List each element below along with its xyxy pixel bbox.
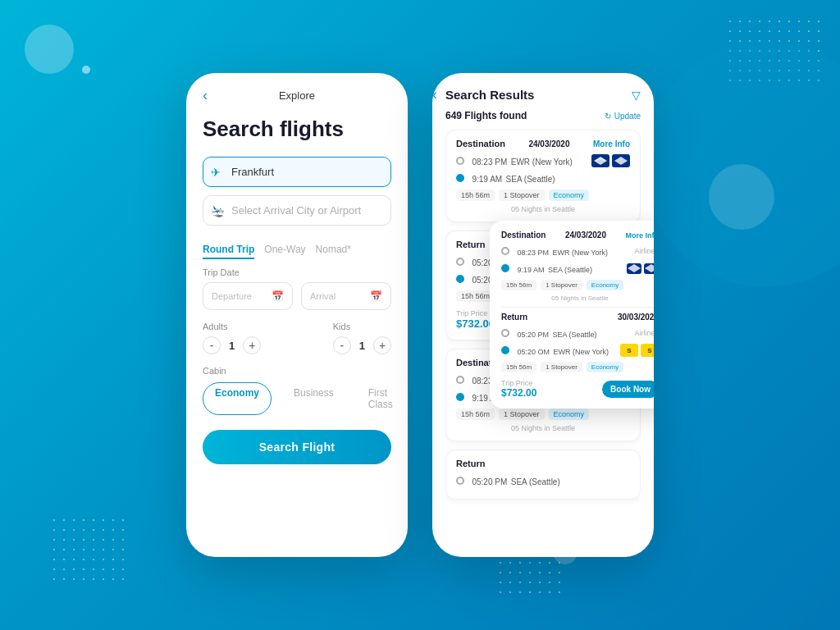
flight-card-1: Destination 24/03/2020 More Info 08:23 P… <box>445 130 641 222</box>
card4-from-time: 05:20 PM <box>472 477 507 486</box>
arrival-calendar-icon: 📅 <box>370 290 382 302</box>
card1-to-dot <box>456 174 464 182</box>
back-button[interactable]: ‹ <box>203 87 208 104</box>
decorative-circle-tl <box>25 25 74 74</box>
popup-cabin-tag: Economy <box>587 280 623 290</box>
kids-label: Kids <box>333 322 391 331</box>
popup-return-header: Return 30/03/2020 <box>501 313 654 322</box>
card3-cabin-tag: Economy <box>549 409 590 420</box>
to-input[interactable] <box>203 195 391 226</box>
arrival-placeholder: Arrival <box>310 291 336 301</box>
search-flight-button[interactable]: Search Flight <box>203 430 391 464</box>
decorative-dots-bl <box>49 515 131 581</box>
phones-container: ‹ Explore Search flights ✈ 🛬 Round Trip … <box>186 73 654 557</box>
card3-to-dot <box>456 393 464 401</box>
flights-found-row: 649 Flights found ↻ Update <box>445 110 641 121</box>
refresh-icon: ↻ <box>605 112 611 121</box>
card1-to-time: 9:19 AM <box>472 175 502 184</box>
page-title: Search flights <box>203 116 391 142</box>
popup-to-city: SEA (Seattle) <box>548 266 592 274</box>
kids-minus-button[interactable]: - <box>333 336 351 354</box>
kids-controls: - 1 + <box>333 336 391 354</box>
tab-nomad[interactable]: Nomad* <box>316 244 351 259</box>
popup-from-dot <box>501 247 509 255</box>
card1-to-city: SEA (Seattle) <box>506 175 555 184</box>
popup-dest-type: Destination <box>501 231 546 240</box>
popup-airlines-label: Airlines <box>634 247 654 255</box>
flight-card-4: Return 05:20 PM SEA (Seattle) <box>445 450 641 500</box>
popup-ret-from-dot <box>501 329 509 337</box>
card3-duration-tag: 15h 56m <box>456 409 495 420</box>
left-phone: ‹ Explore Search flights ✈ 🛬 Round Trip … <box>186 73 408 557</box>
adults-label: Adults <box>203 322 261 331</box>
arrival-icon: 🛬 <box>211 204 225 217</box>
popup-price-row: Trip Price $732.00 Book Now <box>501 379 654 399</box>
popup-to-time: 9:19 AM <box>517 266 544 274</box>
from-input[interactable] <box>203 157 391 187</box>
trip-type-tabs: Round Trip One-Way Nomad* <box>203 244 391 259</box>
card1-airlines <box>591 154 630 167</box>
arrival-date-field[interactable]: Arrival 📅 <box>301 282 391 310</box>
kids-counter: Kids - 1 + <box>333 322 391 354</box>
popup-ret-to-time: 05:20 OM <box>517 348 550 356</box>
popup-return-type: Return <box>501 313 527 322</box>
popup-from-row: 08:23 PM EWR (New York) Airlines <box>501 244 654 258</box>
tab-round-trip[interactable]: Round Trip <box>203 244 254 259</box>
popup-divider <box>501 307 654 308</box>
card1-date: 24/03/2020 <box>528 139 569 148</box>
decorative-circle-dot <box>82 66 90 74</box>
card3-stopover-tag: 1 Stopover <box>499 409 545 420</box>
kids-value: 1 <box>359 340 365 352</box>
book-now-button[interactable]: Book Now <box>602 381 654 398</box>
popup-duration-tag: 15h 56m <box>501 280 536 290</box>
popup-more-info[interactable]: More Info <box>625 231 654 240</box>
popup-return-date: 30/03/2020 <box>618 313 654 322</box>
popup-ret-airline-logo-1: S <box>620 344 638 357</box>
card2-from-dot <box>456 258 464 266</box>
cabin-first-class[interactable]: First Class <box>356 382 405 415</box>
departure-date-field[interactable]: Departure 📅 <box>203 282 293 310</box>
kids-plus-button[interactable]: + <box>373 336 391 354</box>
adults-controls: - 1 + <box>203 336 261 354</box>
card3-from-dot <box>456 376 464 384</box>
popup-ret-from-row: 05:20 PM SEA (Seattle) Airlines <box>501 326 654 340</box>
results-back-button[interactable]: ‹ <box>432 86 437 103</box>
popup-ret-tags: 15h 56m 1 Stopover Economy <box>501 362 654 372</box>
flights-found-count: 649 Flights found <box>445 110 527 121</box>
cabin-business[interactable]: Business <box>281 382 346 415</box>
card4-from-dot <box>456 477 464 485</box>
popup-ret-to-row: 05:20 OM EWR (New York) S S <box>501 343 654 358</box>
card1-from-dot <box>456 157 464 165</box>
counter-row: Adults - 1 + Kids - 1 + <box>203 322 391 354</box>
adults-counter: Adults - 1 + <box>203 322 261 354</box>
popup-stopover-tag: 1 Stopover <box>541 280 582 290</box>
popup-ret-to-city: EWR (New York) <box>553 348 609 356</box>
card2-price-label: Trip Price <box>456 309 495 317</box>
adults-plus-button[interactable]: + <box>243 336 261 354</box>
filter-icon[interactable]: ▽ <box>632 89 641 102</box>
update-button[interactable]: ↻ Update <box>605 112 641 121</box>
cabin-economy[interactable]: Economy <box>203 382 272 415</box>
popup-ret-stopover-tag: 1 Stopover <box>541 362 582 372</box>
popup-price-label: Trip Price <box>501 379 536 387</box>
card1-tags: 15h 56m 1 Stopover Economy <box>456 189 630 201</box>
popup-ret-from-time: 05:20 PM <box>517 331 549 339</box>
card4-from-city: SEA (Seattle) <box>511 477 560 486</box>
adults-value: 1 <box>229 340 235 352</box>
popup-dest-date: 24/03/2020 <box>565 231 606 240</box>
results-header-left: ‹ Search Results <box>445 88 534 102</box>
card3-tags: 15h 56m 1 Stopover Economy <box>456 409 630 420</box>
cabin-label: Cabin <box>203 366 391 376</box>
popup-ret-airline-logos: S S <box>620 344 654 357</box>
card1-duration-tag: 15h 56m <box>456 189 495 201</box>
tab-one-way[interactable]: One-Way <box>264 244 305 259</box>
card1-from-time: 08:23 PM <box>472 158 507 167</box>
popup-from-city: EWR (New York) <box>552 249 608 257</box>
results-title: Search Results <box>445 88 534 102</box>
popup-card: Destination 24/03/2020 More Info 08:23 P… <box>490 221 654 409</box>
update-label: Update <box>614 112 641 121</box>
to-input-group: 🛬 <box>203 195 391 226</box>
card1-more-info[interactable]: More Info <box>593 139 630 148</box>
adults-minus-button[interactable]: - <box>203 336 221 354</box>
card1-nights: 05 Nights in Seattle <box>456 205 630 213</box>
